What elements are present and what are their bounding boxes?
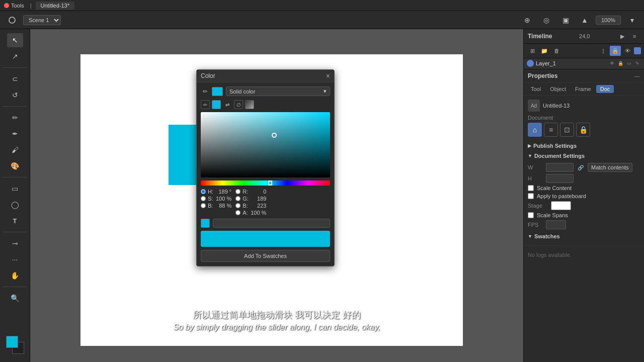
link-icon: 🔗	[578, 165, 584, 170]
tl-delete-btn[interactable]: 🗑	[551, 46, 562, 56]
layer-outline[interactable]: ▭	[625, 60, 632, 67]
more-tools[interactable]: ···	[7, 252, 23, 266]
move-tool[interactable]: ✋	[7, 268, 23, 283]
tab-doc[interactable]: Doc	[596, 85, 614, 93]
stroke-icon[interactable]: ✏	[201, 87, 210, 96]
tl-layers-btn[interactable]: ⊞	[527, 46, 538, 56]
s-radio[interactable]	[201, 196, 206, 201]
a-radio[interactable]	[235, 210, 240, 215]
fill-swatch[interactable]	[6, 336, 18, 348]
doc-name: Untitled-13	[543, 103, 570, 109]
hsb-col: H: 189 ° S: 100 % B:	[201, 189, 231, 216]
up-btn[interactable]: ▲	[577, 13, 593, 27]
timeline-header: Timeline 24,0 ▶ ≡	[524, 29, 644, 44]
layer-edit[interactable]: ✎	[634, 60, 641, 67]
tl-btn-1[interactable]: ▶	[617, 31, 628, 41]
tl-folder-btn[interactable]: 📁	[539, 46, 550, 56]
top-toolbar: Scene 1 ⊕ ◎ ▣ ▲ 100% ▾	[0, 11, 644, 29]
subtitle-area: 所以通过简单地拖动滑块 我可以决定 好的 So by simply draggi…	[30, 309, 523, 332]
scene-icon-btn[interactable]	[4, 13, 20, 27]
toolbar-divider-5	[3, 287, 27, 287]
scene-select[interactable]: Scene 1	[23, 15, 61, 25]
rotate-tool[interactable]: ↺	[7, 88, 23, 102]
svg-point-0	[9, 17, 15, 23]
layer-row: Layer_1 👁 🔒 ▭ ✎	[524, 58, 644, 69]
tab-tool[interactable]: Tool	[527, 85, 545, 93]
layer-lock[interactable]: 🔒	[617, 60, 624, 67]
brush-tool[interactable]: 🖌	[7, 143, 23, 157]
fps-input[interactable]: 24	[546, 220, 566, 229]
zoom-input[interactable]: 100%	[596, 16, 621, 25]
props-title: Properties	[528, 72, 557, 79]
height-input[interactable]: 1080	[546, 174, 574, 183]
dialog-close-btn[interactable]: ×	[326, 72, 330, 79]
lasso-tool[interactable]: ⊂	[7, 72, 23, 86]
select-tool[interactable]: ↖	[7, 33, 23, 47]
hex-input[interactable]: 00BDDF	[213, 219, 330, 228]
document-tab[interactable]: Untitled-13*	[36, 2, 74, 10]
subselect-tool[interactable]: ↗	[7, 49, 23, 63]
r-radio[interactable]	[235, 189, 240, 194]
lock-icon-btn[interactable]: 🔒	[576, 123, 590, 137]
pen-tool[interactable]: ✏	[7, 111, 23, 125]
scale-spans-checkbox[interactable]	[528, 212, 534, 218]
tl-btn-2[interactable]: ≡	[629, 31, 640, 41]
zoom-tool[interactable]: 🔍	[7, 291, 23, 305]
width-row: W 1920 🔗 Match contents	[528, 163, 640, 172]
bone-tool[interactable]: ⊸	[7, 236, 23, 250]
layer-eye[interactable]: 👁	[608, 60, 615, 67]
no-logs: No logs available.	[528, 249, 640, 261]
swatch-stack[interactable]	[6, 336, 24, 354]
subtitle-chinese: 所以通过简单地拖动滑块 我可以决定 好的	[30, 309, 523, 321]
text-tool[interactable]: T	[7, 214, 23, 228]
document-settings-header[interactable]: ▼ Document Settings	[528, 151, 640, 161]
b2-radio[interactable]	[235, 203, 240, 208]
zoom-dropdown[interactable]: ▾	[624, 13, 640, 27]
clip-btn[interactable]: ▣	[557, 13, 574, 27]
ellipse-tool[interactable]: ◯	[7, 198, 23, 212]
width-input[interactable]: 1920	[546, 163, 574, 172]
fill-color-icon[interactable]	[212, 87, 223, 96]
swap-icon[interactable]: ⇄	[223, 100, 232, 109]
settings-icon-btn[interactable]: ≡	[544, 123, 558, 137]
frame-icon-btn[interactable]: ⊡	[560, 123, 574, 137]
publish-settings-label: Publish Settings	[533, 143, 577, 149]
gradient-icon[interactable]	[245, 100, 254, 109]
none-icon[interactable]: ∅	[234, 100, 243, 109]
tab-frame[interactable]: Frame	[571, 85, 595, 93]
stage-color-swatch[interactable]	[551, 201, 571, 210]
add-to-swatches-btn[interactable]: Add To Swatches	[201, 250, 330, 262]
hex-swatch	[201, 219, 210, 228]
swatches-header[interactable]: ▼ Swatches	[528, 231, 640, 241]
r-value: 0	[251, 189, 266, 195]
tab-object[interactable]: Object	[546, 85, 570, 93]
paint-tool[interactable]: 🎨	[7, 159, 23, 173]
h-radio[interactable]	[201, 189, 206, 194]
tl-eye-btn[interactable]: 👁	[622, 46, 633, 56]
b-radio[interactable]	[201, 203, 206, 208]
apply-pasteboard-checkbox[interactable]	[528, 193, 534, 199]
paint-icon-1[interactable]: ✏	[201, 100, 210, 109]
layer-controls: 👁 🔒 ▭ ✎	[608, 60, 641, 67]
transform-btn[interactable]: ⊕	[519, 13, 535, 27]
props-collapse-btn[interactable]: —	[634, 73, 640, 79]
apply-pasteboard-row: Apply to pasteboard	[528, 193, 640, 199]
hue-bar[interactable]	[201, 180, 330, 186]
pencil-tool[interactable]: ✒	[7, 127, 23, 141]
tl-play-btn[interactable]: |	[598, 46, 609, 56]
fill-swatch-small[interactable]	[212, 100, 221, 109]
color-spectrum[interactable]	[201, 112, 330, 177]
scale-spans-label: Scale Spans	[537, 212, 568, 218]
rect-tool[interactable]: ▭	[7, 182, 23, 196]
home-icon-btn[interactable]: ⌂	[528, 123, 542, 137]
color-type-select[interactable]: Solid color ▾	[226, 86, 330, 96]
g-radio[interactable]	[235, 196, 240, 201]
tl-color-btn[interactable]	[634, 47, 641, 54]
tl-lock-btn[interactable]: 🔒	[610, 46, 621, 56]
publish-settings-header[interactable]: ▶ Publish Settings	[528, 141, 640, 151]
close-button[interactable]	[4, 3, 9, 8]
canvas-area[interactable]: 所以通过简单地拖动滑块 我可以决定 好的 So by simply draggi…	[30, 29, 523, 362]
scale-content-checkbox[interactable]	[528, 185, 534, 191]
match-contents-btn[interactable]: Match contents	[588, 163, 632, 172]
onion-btn[interactable]: ◎	[538, 13, 554, 27]
